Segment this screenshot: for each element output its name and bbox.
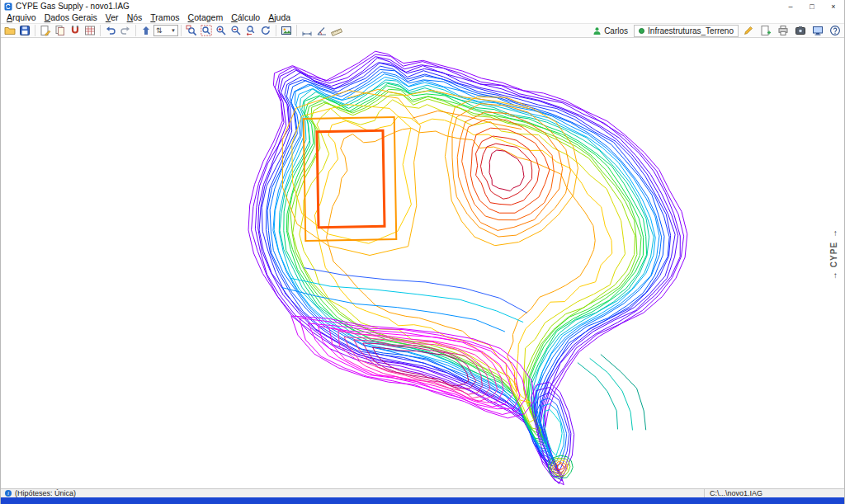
picture-icon <box>281 25 292 36</box>
menu-item-tramos[interactable]: Tramos <box>146 12 183 23</box>
ruler-icon <box>331 25 342 36</box>
zoom-in-button[interactable] <box>214 24 229 37</box>
info-icon: i <box>5 490 12 497</box>
copy-button[interactable] <box>53 24 68 37</box>
refresh-icon <box>260 25 271 36</box>
zoom-window-button[interactable] <box>184 24 199 37</box>
redraw-button[interactable] <box>258 24 273 37</box>
dimension-angle-button[interactable] <box>314 24 329 37</box>
taskbar <box>1 497 844 504</box>
spreadsheet-button[interactable] <box>83 24 97 37</box>
zoom-all-button[interactable] <box>199 24 214 37</box>
dimension-ruler-button[interactable] <box>329 24 344 37</box>
menu-item-ver[interactable]: Ver <box>101 12 123 23</box>
maximize-button[interactable]: □ <box>801 0 823 12</box>
menu-item-arquivo[interactable]: Arquivo <box>2 12 40 23</box>
user-icon <box>592 26 602 35</box>
toolbar-separator <box>296 25 297 36</box>
undo-button[interactable] <box>103 24 118 37</box>
menu-item-nos[interactable]: Nós <box>123 12 147 23</box>
status-left-cell: i (Hipóteses: Única) <box>1 489 704 497</box>
app-icon <box>4 2 12 11</box>
menu-item-cotagem[interactable]: Cotagem <box>184 12 228 23</box>
redo-button[interactable] <box>118 24 133 37</box>
chevron-down-icon: ▼ <box>171 28 176 33</box>
tool-bar: ⇅ ▼ <box>1 23 844 38</box>
open-button[interactable] <box>2 24 17 37</box>
up-arrow-icon: → <box>829 229 838 238</box>
snap-button[interactable] <box>68 24 83 37</box>
window-title: CYPE Gas Supply - novo1.IAG <box>16 2 130 11</box>
camera-icon <box>795 25 806 36</box>
zoom-out-icon <box>230 25 242 36</box>
save-button[interactable] <box>17 24 32 37</box>
dimension-linear-button[interactable] <box>300 24 314 37</box>
toolbar-separator <box>181 25 182 36</box>
monitor-icon <box>812 25 824 36</box>
up-arrow-icon <box>140 25 152 36</box>
up-level-button[interactable] <box>139 24 153 37</box>
layer-status-icon <box>639 28 644 34</box>
edit-layer-button[interactable] <box>741 24 756 37</box>
combo-arrows-icon: ⇅ <box>156 26 163 35</box>
zoom-out-button[interactable] <box>229 24 243 37</box>
zoom-previous-button[interactable] <box>243 24 258 37</box>
folder-open-icon <box>4 25 16 36</box>
cype-watermark: → CYPE → <box>828 225 839 285</box>
menu-bar: Arquivo Dados Gerais Ver Nós Tramos Cota… <box>1 12 844 23</box>
user-name-label: Carlos <box>604 26 628 35</box>
app-window: CYPE Gas Supply - novo1.IAG – □ × Arquiv… <box>0 0 845 504</box>
toolbar-right-group: Carlos Infraestruturas_Terreno <box>589 24 843 37</box>
level-selector-combo[interactable]: ⇅ ▼ <box>153 25 178 36</box>
plan-view-button[interactable] <box>279 24 294 37</box>
layer-name-label: Infraestruturas_Terreno <box>648 26 734 35</box>
sheet-plus-icon <box>760 25 772 36</box>
undo-arrow-icon <box>105 25 116 36</box>
redo-arrow-icon <box>120 25 131 36</box>
status-bar: i (Hipóteses: Única) C:\...\novo1.IAG <box>1 488 844 497</box>
minimize-button[interactable]: – <box>780 0 801 12</box>
menu-item-ajuda[interactable]: Ajuda <box>264 12 295 23</box>
question-mark-icon <box>829 25 841 36</box>
close-button[interactable]: × <box>823 0 844 12</box>
zoom-all-icon <box>201 25 212 36</box>
help-button[interactable] <box>828 24 843 37</box>
dimension-line-icon <box>301 25 313 36</box>
toolbar-separator <box>100 25 101 36</box>
title-bar: CYPE Gas Supply - novo1.IAG – □ × <box>1 0 844 12</box>
file-path-label: C:\...\novo1.IAG <box>704 489 844 497</box>
user-config-button[interactable]: Carlos <box>589 25 631 37</box>
magnet-icon <box>69 25 81 36</box>
print-button[interactable] <box>776 24 791 37</box>
printer-icon <box>777 25 789 36</box>
zoom-in-icon <box>215 25 227 36</box>
angle-icon <box>316 25 328 36</box>
window-controls: – □ × <box>780 0 844 12</box>
toolbar-separator <box>276 25 276 36</box>
zoom-window-icon <box>186 25 197 36</box>
toolbar-separator <box>35 25 35 36</box>
add-element-button[interactable] <box>758 24 773 37</box>
watermark-label: CYPE <box>829 242 838 267</box>
hypothesis-label: (Hipóteses: Única) <box>15 489 76 497</box>
toolbar-separator <box>135 25 136 36</box>
display-config-button[interactable] <box>810 24 825 37</box>
pencil-icon <box>743 25 754 36</box>
grid-sheet-icon <box>84 25 96 36</box>
up-arrow-icon: → <box>829 271 838 280</box>
layer-indicator[interactable]: Infraestruturas_Terreno <box>634 25 739 37</box>
zoom-previous-icon <box>245 25 257 36</box>
drawing-canvas[interactable]: → CYPE → <box>1 38 844 488</box>
menu-item-dados-gerais[interactable]: Dados Gerais <box>40 12 101 23</box>
capture-button[interactable] <box>793 24 808 37</box>
contour-map <box>1 38 844 488</box>
sheet-pencil-icon <box>40 25 51 36</box>
edit-data-button[interactable] <box>38 24 53 37</box>
floppy-disk-icon <box>19 25 31 36</box>
menu-item-calculo[interactable]: Cálculo <box>227 12 264 23</box>
copy-sheets-icon <box>54 25 66 36</box>
